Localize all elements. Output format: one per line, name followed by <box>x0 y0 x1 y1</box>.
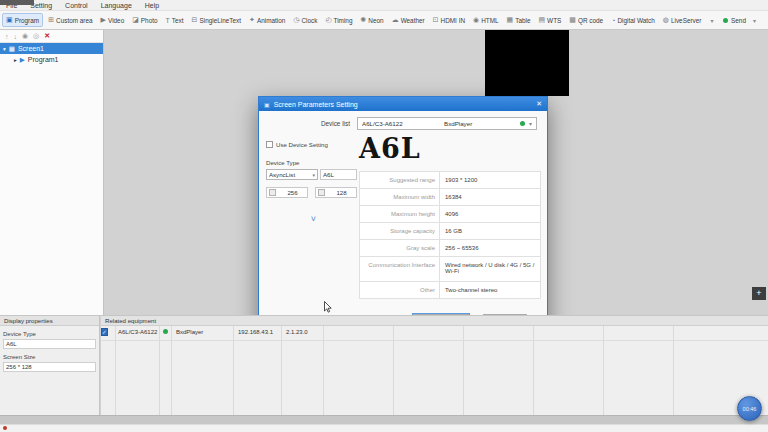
spec-value: 16384 <box>440 189 540 205</box>
toolbar-label: Photo <box>141 17 158 24</box>
toolbar-label: QR code <box>578 17 603 24</box>
toolbar-custom-area-button[interactable]: ⊞ Custom area <box>45 14 95 26</box>
device-id-value: A6L/C3-A6122 <box>362 120 440 127</box>
collapse-chevron-icon[interactable]: ˅ <box>266 214 361 224</box>
weather-icon: ☁ <box>392 16 399 24</box>
device-list-label: Device list <box>259 120 357 127</box>
dialog-title-bar[interactable]: ▣ Screen Parameters Setting ✕ <box>259 97 547 111</box>
toolbar-timing-button[interactable]: ◴ Timing <box>322 14 355 26</box>
dialog-title: Screen Parameters Setting <box>274 101 358 108</box>
spec-label: Maximum height <box>360 206 440 222</box>
toolbar-hdmi-in-button[interactable]: ⊡ HDMI IN <box>430 14 468 26</box>
delete-icon[interactable]: ✕ <box>44 32 50 40</box>
toolbar-weather-button[interactable]: ☁ Weather <box>389 14 428 26</box>
table-row: Maximum width 16384 <box>360 189 540 206</box>
toolbar-label: Timing <box>334 17 353 24</box>
toolbar-label: LiveServer <box>671 17 702 24</box>
table-row: Maximum height 4096 <box>360 206 540 223</box>
device-type-label: Device Type <box>3 331 99 337</box>
animation-icon: ✦ <box>249 16 255 24</box>
spec-value: Wired network / U disk / 4G / 5G / Wi-Fi <box>440 257 540 281</box>
spec-value: 1903 * 1200 <box>440 172 540 188</box>
spec-value: 16 GB <box>440 223 540 239</box>
spec-label: Maximum width <box>360 189 440 205</box>
screen-size-field[interactable]: 256 * 128 <box>3 362 96 372</box>
display-properties-header: Display properties <box>0 315 99 326</box>
toolbar-label: Video <box>108 17 124 24</box>
move-up-icon[interactable]: ↑ <box>5 33 9 40</box>
move-down-icon[interactable]: ↓ <box>14 33 18 40</box>
toolbar-label: Table <box>515 17 530 24</box>
close-icon[interactable]: ✕ <box>536 100 542 108</box>
toolbar-neon-button[interactable]: ✺ Neon <box>357 14 386 26</box>
toolbar-label: WTS <box>547 17 561 24</box>
device-type-field[interactable]: A6L <box>3 339 96 349</box>
single-line-text-icon: ⊟ <box>192 16 198 24</box>
twisty-icon[interactable]: ▾ <box>3 46 6 52</box>
toolbar-table-button[interactable]: ▦ Table <box>504 14 534 26</box>
device-list-row: Device list A6L/C3-A6122 BxdPlayer ▾ <box>259 116 547 130</box>
tree-item-label: Program1 <box>28 56 59 63</box>
table-row: Communication Interface Wired network / … <box>360 257 540 282</box>
tree-item-screen1[interactable]: ▾ ▦ Screen1 <box>0 43 103 54</box>
send-label: Send <box>731 17 746 24</box>
custom-area-icon: ⊞ <box>48 16 54 24</box>
dialog-left-column: Use Device Setting Device Type AsyncList… <box>266 141 361 224</box>
add-button[interactable]: + <box>752 287 766 300</box>
copy-icon[interactable]: ◎ <box>33 32 39 40</box>
toolbar-photo-button[interactable]: ◪ Photo <box>129 14 160 26</box>
twisty-icon[interactable]: ▸ <box>14 57 17 63</box>
refresh-icon[interactable]: ◉ <box>22 32 28 40</box>
toolbar-label: Animation <box>257 17 285 24</box>
device-list-combo[interactable]: A6L/C3-A6122 BxdPlayer ▾ <box>357 117 537 130</box>
chevron-down-icon[interactable]: ▾ <box>529 120 532 127</box>
program-tree-panel: ↑ ↓ ◉ ◎ ✕ ▾ ▦ Screen1 ▸ ▶ Program1 <box>0 30 104 315</box>
toolbar-program-button[interactable]: ▣ Program <box>2 13 43 27</box>
menu-language[interactable]: Language <box>101 2 132 9</box>
size-row: 256 128 <box>266 187 361 198</box>
screen-preview[interactable] <box>485 30 569 96</box>
related-equipment-header: Related equipment <box>101 315 768 326</box>
row-checkbox[interactable]: ✓ <box>101 328 108 336</box>
width-stepper[interactable]: 256 <box>266 187 308 198</box>
toolbar-qr-code-button[interactable]: ▩ QR code <box>566 14 606 26</box>
toolbar-wts-button[interactable]: ▤ WTS <box>535 14 564 26</box>
toolbar-liveserver-button[interactable]: ◍ LiveServer <box>660 14 705 26</box>
toolbar-video-button[interactable]: ▶ Video <box>98 14 128 26</box>
timing-icon: ◴ <box>325 16 331 24</box>
toolbar-digital-watch-button[interactable]: ◔ Digital Watch <box>608 15 658 26</box>
spec-value: 4096 <box>440 206 540 222</box>
use-device-setting-label: Use Device Setting <box>276 141 328 148</box>
menu-help[interactable]: Help <box>145 2 159 9</box>
height-stepper[interactable]: 128 <box>315 187 357 198</box>
toolbar-animation-button[interactable]: ✦ Animation <box>246 14 288 26</box>
toolbar-label: Custom area <box>56 17 93 24</box>
use-device-setting-checkbox[interactable]: Use Device Setting <box>266 141 361 148</box>
display-properties-panel: Display properties Device Type A6L Scree… <box>0 315 100 415</box>
device-type-row: AsyncList ▾ A6L <box>266 169 361 180</box>
toolbar-label: Clock <box>301 17 317 24</box>
toolbar-label: HTML <box>481 17 498 24</box>
program-icon: ▣ <box>6 16 13 24</box>
qr-code-icon: ▩ <box>569 16 576 24</box>
toolbar-text-button[interactable]: T Text <box>163 15 187 26</box>
send-caret-icon[interactable]: ▾ <box>749 17 760 24</box>
spec-label: Communication Interface <box>360 257 440 281</box>
device-type-label: Device Type <box>266 159 361 166</box>
dialog-icon: ▣ <box>264 101 270 108</box>
send-button[interactable]: Send ▾ <box>723 17 768 24</box>
table-row: Gray scale 256 ~ 65536 <box>360 240 540 257</box>
floating-timer-badge[interactable]: 00:46 <box>737 396 762 421</box>
toolbar-clock-button[interactable]: ◷ Clock <box>290 14 320 26</box>
device-type-value: AsyncList <box>269 171 295 178</box>
device-type-select[interactable]: AsyncList ▾ <box>266 169 318 180</box>
toolbar-singlelinetext-button[interactable]: ⊟ SingleLineText <box>189 14 244 26</box>
toolbar-overflow-caret[interactable]: ▾ <box>706 17 717 24</box>
device-model-field[interactable]: A6L <box>320 169 357 180</box>
checkbox-icon[interactable] <box>266 141 273 148</box>
toolbar-html-button[interactable]: ◉ HTML <box>470 14 502 26</box>
toolbar-label: SingleLineText <box>199 17 241 24</box>
menu-control[interactable]: Control <box>65 2 88 9</box>
tree-item-program1[interactable]: ▸ ▶ Program1 <box>0 54 103 65</box>
screen-parameters-dialog: ▣ Screen Parameters Setting ✕ Device lis… <box>258 96 548 332</box>
